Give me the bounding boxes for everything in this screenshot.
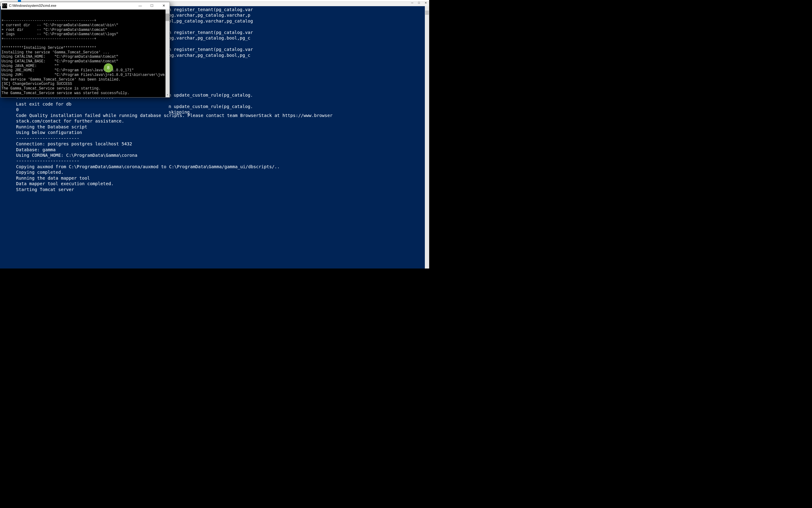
cmd-scrollbar-thumb[interactable] [165, 13, 169, 21]
cmd-scroll-down-icon[interactable]: ▾ [165, 93, 169, 97]
cmd-title: C:\Windows\system32\cmd.exe [9, 4, 134, 8]
cmd-titlebar[interactable]: C:\ C:\Windows\system32\cmd.exe — ☐ ✕ [1, 2, 169, 9]
background-scrollbar-thumb[interactable] [425, 10, 429, 15]
cmd-close-button[interactable]: ✕ [158, 2, 169, 9]
cmd-maximize-button[interactable]: ☐ [146, 2, 158, 9]
step-number-badge: 8 [104, 63, 113, 73]
background-scrollbar[interactable] [425, 6, 429, 268]
cmd-output[interactable]: +---------------------------------------… [1, 9, 169, 97]
cmd-window: C:\ C:\Windows\system32\cmd.exe — ☐ ✕ +-… [1, 2, 170, 97]
cmd-icon: C:\ [2, 3, 7, 8]
cmd-scrollbar[interactable]: ▴ ▾ [165, 9, 169, 97]
cmd-minimize-button[interactable]: — [134, 2, 146, 9]
